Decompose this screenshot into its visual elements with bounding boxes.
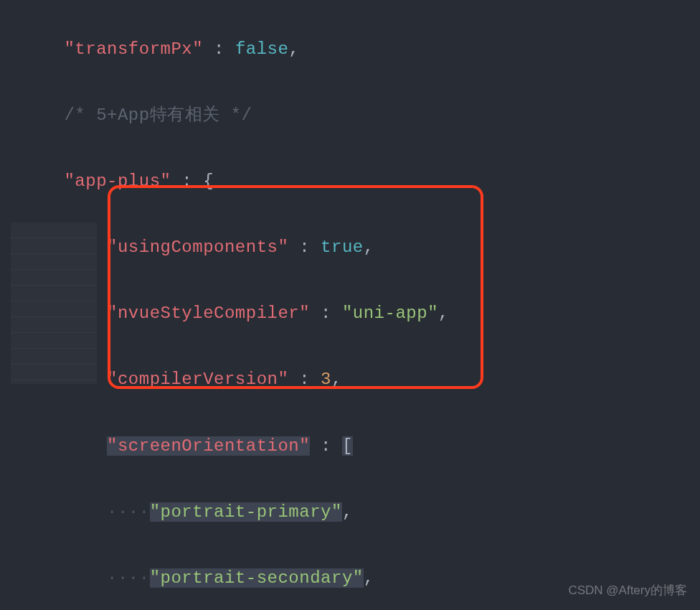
code-line: "transformPx" : false, bbox=[0, 33, 700, 66]
json-string: "portrait-primary" bbox=[150, 502, 342, 522]
code-line: /* 5+App特有相关 */ bbox=[0, 99, 700, 132]
json-key: "screenOrientation" bbox=[107, 436, 310, 456]
json-string: "uni-app" bbox=[342, 304, 438, 323]
json-key: "app-plus" bbox=[64, 172, 171, 191]
watermark-text: CSDN @Aftery的博客 bbox=[568, 579, 687, 603]
json-key: "usingComponents" bbox=[107, 238, 288, 257]
minimap[interactable] bbox=[11, 222, 97, 384]
code-line: "screenOrientation" : [ bbox=[0, 430, 700, 463]
json-bool: false bbox=[235, 39, 289, 59]
json-key: "nvueStyleCompiler" bbox=[107, 304, 310, 323]
code-line: "app-plus" : { bbox=[0, 165, 700, 198]
json-key: "compilerVersion" bbox=[107, 370, 288, 389]
code-editor[interactable]: "transformPx" : false, /* 5+App特有相关 */ "… bbox=[0, 0, 700, 610]
json-number: 3 bbox=[321, 370, 331, 389]
json-bool: true bbox=[321, 238, 364, 257]
code-line: "nvueStyleCompiler" : "uni-app", bbox=[0, 297, 700, 330]
code-line: "compilerVersion" : 3, bbox=[0, 363, 700, 396]
json-string: "portrait-secondary" bbox=[150, 568, 364, 588]
json-comment: /* 5+App特有相关 */ bbox=[64, 105, 252, 125]
json-key: "transformPx" bbox=[64, 39, 203, 59]
code-line: "usingComponents" : true, bbox=[0, 231, 700, 264]
code-line: ····"portrait-primary", bbox=[0, 496, 700, 529]
